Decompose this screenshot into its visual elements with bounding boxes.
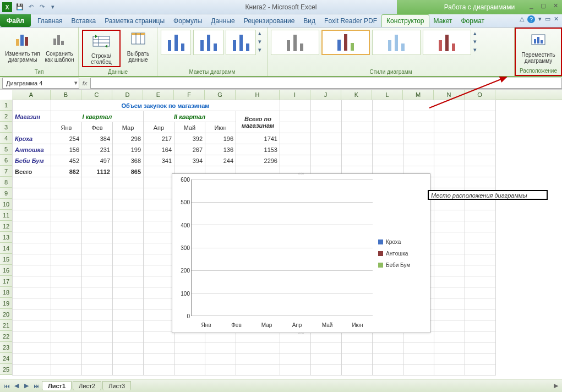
row-header[interactable]: 13 <box>0 232 12 243</box>
more-icon[interactable]: ▾ <box>258 46 264 53</box>
column-header[interactable]: K <box>341 90 372 100</box>
row-header[interactable]: 16 <box>0 265 12 276</box>
layout-thumb[interactable] <box>193 30 223 55</box>
close-button[interactable]: ✕ <box>551 2 560 9</box>
tab-layout[interactable]: Макет <box>429 14 457 27</box>
row-header[interactable]: 15 <box>0 254 12 265</box>
style-thumb-selected[interactable] <box>321 30 370 55</box>
row-header[interactable]: 11 <box>0 210 12 221</box>
column-header[interactable]: L <box>372 90 403 100</box>
column-header[interactable]: D <box>112 90 143 100</box>
row-header[interactable]: 19 <box>0 298 12 309</box>
formula-input[interactable] <box>90 78 562 89</box>
minimize-ribbon-icon[interactable]: △ <box>520 15 524 23</box>
column-header[interactable]: G <box>205 90 236 100</box>
row-header[interactable]: 1 <box>0 100 12 111</box>
tab-insert[interactable]: Вставка <box>67 14 101 27</box>
column-header[interactable]: M <box>403 90 434 100</box>
tab-page-layout[interactable]: Разметка страницы <box>100 14 169 27</box>
window-title: Книга2 - Microsoft Excel <box>245 3 317 11</box>
tab-format[interactable]: Формат <box>456 14 489 27</box>
hscroll-right-icon[interactable]: ▶ <box>551 382 561 389</box>
tab-next-icon[interactable]: ▶ <box>22 382 31 389</box>
undo-icon[interactable]: ↶ <box>26 3 35 12</box>
row-header[interactable]: 8 <box>0 177 12 188</box>
column-header[interactable]: E <box>143 90 174 100</box>
column-header[interactable]: A <box>12 90 51 100</box>
column-header[interactable]: B <box>51 90 81 100</box>
scroll-up-icon[interactable]: ▴ <box>473 30 482 37</box>
minimize-button[interactable]: ⎯ <box>527 2 536 9</box>
style-thumb[interactable] <box>423 30 471 55</box>
tab-formulas[interactable]: Формулы <box>169 14 206 27</box>
row-header[interactable]: 25 <box>0 364 12 375</box>
change-chart-type-button[interactable]: Изменить тип диаграммы <box>3 30 42 63</box>
style-thumb[interactable] <box>271 30 319 55</box>
column-header[interactable]: O <box>465 90 495 100</box>
tab-last-icon[interactable]: ⏭ <box>32 383 41 389</box>
row-header[interactable]: 22 <box>0 331 12 342</box>
row-header[interactable]: 3 <box>0 122 12 133</box>
row-header[interactable]: 23 <box>0 342 12 353</box>
row-header[interactable]: 5 <box>0 144 12 155</box>
save-icon[interactable]: 💾 <box>15 3 24 12</box>
more-icon[interactable]: ▾ <box>473 46 482 53</box>
row-header[interactable]: 17 <box>0 276 12 287</box>
column-header[interactable]: H <box>236 90 280 100</box>
redo-icon[interactable]: ↷ <box>37 3 46 12</box>
row-header[interactable]: 6 <box>0 155 12 166</box>
restore-button[interactable]: ▢ <box>539 2 548 9</box>
tab-home[interactable]: Главная <box>33 14 67 27</box>
name-box[interactable]: Диаграмма 4 ▾ <box>2 78 79 89</box>
row-header[interactable]: 2 <box>0 111 12 122</box>
row-header[interactable]: 21 <box>0 320 12 331</box>
window-close-icon[interactable]: ✕ <box>554 15 559 23</box>
chart-object[interactable]: 0100200300400500600 ЯнвФевМарАпрМайИюн К… <box>172 173 430 333</box>
legend-item[interactable]: Беби Бум <box>378 262 430 268</box>
help-icon[interactable]: ? <box>527 15 535 23</box>
fx-icon[interactable]: fx <box>79 80 90 86</box>
column-header[interactable]: I <box>280 90 310 100</box>
row-header[interactable]: 12 <box>0 221 12 232</box>
switch-row-column-button[interactable]: Строка/столбец <box>82 30 121 67</box>
row-header[interactable]: 20 <box>0 309 12 320</box>
save-as-template-button[interactable]: Сохранить как шаблон <box>44 30 75 63</box>
legend-item[interactable]: Кроха <box>378 239 430 245</box>
legend-item[interactable]: Антошка <box>378 251 430 257</box>
tab-foxit[interactable]: Foxit Reader PDF <box>320 14 381 27</box>
tab-review[interactable]: Рецензирование <box>239 14 299 27</box>
row-header[interactable]: 24 <box>0 353 12 364</box>
sheet-tab[interactable]: Лист3 <box>102 381 131 390</box>
sheet-tab[interactable]: Лист2 <box>73 381 101 390</box>
tab-prev-icon[interactable]: ◀ <box>12 382 21 389</box>
column-header[interactable]: F <box>174 90 205 100</box>
scroll-up-icon[interactable]: ▴ <box>258 30 264 37</box>
window-min-icon[interactable]: ▾ <box>538 15 542 23</box>
column-header[interactable]: N <box>434 90 465 100</box>
scroll-down-icon[interactable]: ▾ <box>258 38 264 45</box>
sheet-tab[interactable]: Лист1 <box>42 381 72 390</box>
style-thumb[interactable] <box>372 30 421 55</box>
scroll-down-icon[interactable]: ▾ <box>473 38 482 45</box>
move-chart-button[interactable]: Переместить диаграмму <box>519 31 558 64</box>
layout-thumb[interactable] <box>226 30 256 55</box>
svg-rect-15 <box>534 39 536 43</box>
chevron-down-icon[interactable]: ▾ <box>74 79 78 86</box>
layout-thumb[interactable] <box>161 30 191 55</box>
row-header[interactable]: 4 <box>0 133 12 144</box>
tab-design[interactable]: Конструктор <box>381 14 429 27</box>
tab-data[interactable]: Данные <box>206 14 239 27</box>
row-header[interactable]: 14 <box>0 243 12 254</box>
row-header[interactable]: 7 <box>0 166 12 177</box>
qat-dropdown-icon[interactable]: ▾ <box>48 3 57 12</box>
tab-first-icon[interactable]: ⏮ <box>2 383 11 389</box>
column-header[interactable]: C <box>81 90 112 100</box>
select-data-button[interactable]: Выбрать данные <box>123 30 154 63</box>
row-header[interactable]: 18 <box>0 287 12 298</box>
window-restore-icon[interactable]: ▭ <box>545 15 550 23</box>
tab-file[interactable]: Файл <box>0 14 31 27</box>
row-header[interactable]: 10 <box>0 199 12 210</box>
row-header[interactable]: 9 <box>0 188 12 199</box>
tab-view[interactable]: Вид <box>299 14 320 27</box>
column-header[interactable]: J <box>310 90 341 100</box>
